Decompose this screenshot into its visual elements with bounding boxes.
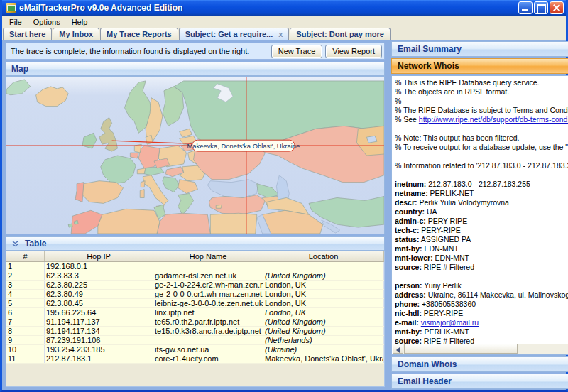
whois-field-label: e-mail:: [395, 318, 419, 327]
cell-num: 6: [6, 308, 45, 317]
cell-hop-name: linx.iptp.net: [153, 308, 263, 317]
table-row[interactable]: 1192.168.0.1: [6, 262, 384, 271]
table-row[interactable]: 987.239.191.106(Netherlands): [6, 336, 384, 345]
maximize-button[interactable]: [534, 1, 548, 14]
whois-line: tech-c: PERY-RIPE: [395, 226, 568, 235]
whois-field-label: admin-c:: [395, 217, 426, 225]
whois-field-label: address:: [395, 290, 426, 299]
cell-hop-ip: 212.87.183.1: [45, 354, 153, 363]
cell-hop-name: ge-2-0-0-0.cr1.wh-man.zen.net.uk: [153, 290, 263, 298]
cell-num: 7: [6, 317, 45, 326]
map-panel-title: Map: [11, 64, 28, 74]
cell-hop-ip: 91.194.117.134: [45, 327, 153, 335]
whois-field-label: mnt-lower:: [395, 254, 433, 262]
cell-num: 10: [6, 345, 45, 354]
tab-close-icon[interactable]: x: [278, 30, 283, 38]
whois-line: mnt-by: EDN-MNT: [395, 244, 568, 254]
email-header-label: Email Header: [398, 376, 452, 386]
menu-item-options[interactable]: Options: [28, 17, 66, 27]
whois-field-label: status:: [395, 235, 419, 244]
cell-num: 5: [6, 299, 45, 307]
cell-location: (United Kingdom): [263, 271, 384, 280]
whois-link[interactable]: http://www.ripe.net/db/support/db-terms-…: [419, 115, 568, 124]
cell-location: [263, 262, 384, 271]
cell-location: (United Kingdom): [263, 317, 384, 326]
table-empty-area: [6, 364, 384, 386]
table-row[interactable]: 262.3.83.3gadamer-dsl.zen.net.uk(United …: [6, 271, 384, 281]
cell-hop-ip: 91.194.117.137: [45, 317, 153, 326]
column-header[interactable]: Location: [263, 251, 384, 261]
whois-line: % The RIPE Database is subject to Terms …: [395, 106, 568, 115]
whois-line: mnt-by: PERLIK-MNT: [395, 327, 568, 337]
tab-1[interactable]: My Inbox: [53, 28, 99, 40]
tab-2[interactable]: My Trace Reports: [100, 28, 178, 40]
europe-map: Makeevka, Donets'ka Oblast', Ukraine: [6, 77, 384, 234]
horizontal-scrollbar[interactable]: [393, 344, 568, 354]
email-summary-label: Email Summary: [398, 44, 462, 54]
column-header[interactable]: Hop Name: [153, 251, 263, 261]
whois-line: phone: +380505538360: [395, 300, 568, 309]
tab-label: My Inbox: [59, 30, 93, 38]
map-panel-header[interactable]: Map: [6, 62, 385, 76]
cell-num: 1: [6, 262, 45, 271]
table-row[interactable]: 791.194.117.137te65.r0.th2.par.fr.iptp.n…: [6, 317, 384, 327]
table-row[interactable]: 11212.87.183.1core-r1.4ucity.comMakeevka…: [6, 354, 384, 364]
whois-line: % See http://www.ripe.net/db/support/db-…: [395, 115, 568, 124]
cell-num: 11: [6, 354, 45, 363]
tab-4[interactable]: Subject: Dont pay more: [290, 28, 390, 40]
tab-label: Subject: Get a require...: [185, 30, 273, 38]
whois-line: %: [395, 97, 568, 106]
whois-link[interactable]: vismajor@mail.ru: [421, 318, 479, 327]
column-header[interactable]: Hop IP: [45, 251, 153, 261]
whois-line: netname: PERLIK-NET: [395, 189, 568, 198]
cell-hop-ip: 195.66.225.64: [45, 308, 153, 317]
table-row[interactable]: 362.3.80.225ge-2-1-0-224.cr2.wh-man.zen.…: [6, 281, 384, 290]
whois-line: status: ASSIGNED PA: [395, 235, 568, 244]
cell-num: 8: [6, 327, 45, 335]
table-row[interactable]: 562.3.80.45leibniz-ge-3-0-0-0.te.zen.net…: [6, 299, 384, 308]
table-row[interactable]: 6195.66.225.64linx.iptp.netLondon, UK: [6, 308, 384, 317]
accordion-network-whois[interactable]: Network Whois: [391, 58, 568, 74]
menu-item-help[interactable]: Help: [66, 17, 94, 27]
tab-3[interactable]: Subject: Get a require...x: [179, 28, 290, 40]
whois-line: inetnum: 212.87.183.0 - 212.87.183.255: [395, 180, 568, 189]
table-panel-header[interactable]: Table: [6, 236, 385, 251]
whois-panel: % This is the RIPE Database query servic…: [391, 75, 568, 355]
whois-field-label: inetnum:: [395, 180, 426, 188]
map-canvas[interactable]: Makeevka, Donets'ka Oblast', Ukraine: [6, 76, 385, 234]
whois-field-label: netname:: [395, 189, 428, 197]
collapse-chevron-icon[interactable]: [11, 240, 19, 247]
hops-table: #Hop IPHop NameLocation 1192.168.0.1262.…: [6, 251, 385, 387]
table-body: 1192.168.0.1262.3.83.3gadamer-dsl.zen.ne…: [6, 262, 384, 364]
table-row[interactable]: 10193.254.233.185its-gw.so.net.ua(Ukrain…: [6, 345, 384, 354]
menu-item-file[interactable]: File: [4, 17, 28, 27]
table-row[interactable]: 462.3.80.49ge-2-0-0-0.cr1.wh-man.zen.net…: [6, 290, 384, 299]
cell-location: London, UK: [263, 290, 384, 298]
scroll-left-icon[interactable]: [393, 344, 403, 354]
whois-field-label: descr:: [395, 198, 417, 207]
new-trace-button[interactable]: New Trace: [271, 45, 323, 58]
tab-label: Subject: Dont pay more: [296, 30, 383, 38]
table-row[interactable]: 891.194.117.134te15.r0.k3r8.anc.fra.de.i…: [6, 327, 384, 336]
whois-line: [395, 152, 568, 161]
view-report-button[interactable]: View Report: [325, 45, 382, 58]
whois-line: nic-hdl: PERY-RIPE: [395, 309, 568, 318]
cell-hop-name: gadamer-dsl.zen.net.uk: [153, 271, 263, 280]
minimize-button[interactable]: [518, 1, 532, 14]
main-content: The trace is complete, the information f…: [2, 40, 566, 390]
tab-label: Start here: [9, 30, 45, 38]
whois-field-label: person:: [395, 281, 422, 290]
accordion-email-header[interactable]: Email Header: [391, 374, 568, 389]
accordion-email-summary[interactable]: Email Summary: [391, 41, 568, 57]
whois-field-label: mnt-by:: [395, 244, 422, 253]
cell-location: (Netherlands): [263, 336, 384, 344]
whois-field-label: source:: [395, 263, 422, 271]
close-button[interactable]: [550, 1, 564, 14]
scroll-track[interactable]: [518, 344, 568, 354]
cell-location: London, UK: [263, 281, 384, 289]
tab-0[interactable]: Start here: [3, 28, 52, 40]
scroll-thumb[interactable]: [404, 344, 518, 354]
column-header[interactable]: #: [6, 251, 45, 261]
accordion-domain-whois[interactable]: Domain Whois: [391, 356, 568, 372]
right-pane: Email Summary Network Whois % This is th…: [391, 41, 568, 389]
